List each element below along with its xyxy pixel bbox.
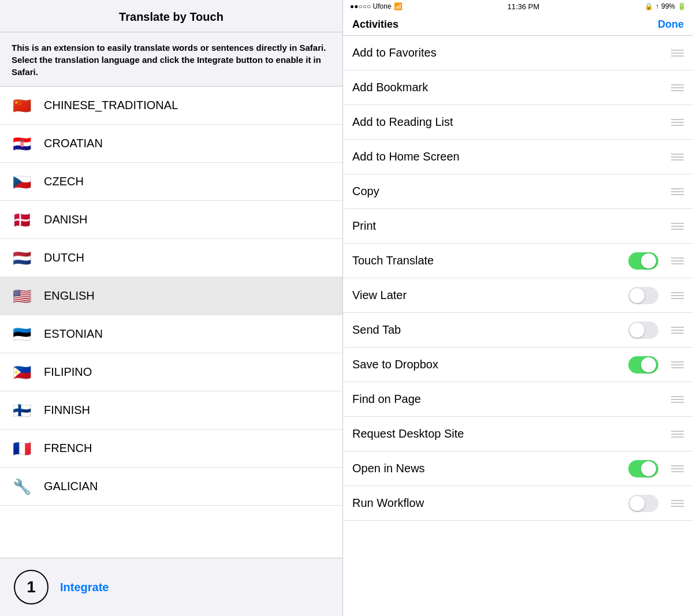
language-item-estonian[interactable]: 🇪🇪ESTONIAN [0, 315, 342, 353]
drag-handle-add-reading-list[interactable] [671, 119, 684, 126]
done-button[interactable]: Done [658, 18, 684, 31]
flag-finnish: 🇫🇮 [9, 402, 35, 419]
toggle-send-tab[interactable] [628, 322, 658, 339]
battery-text: 99% [661, 2, 675, 10]
activity-item-send-tab[interactable]: Send Tab [343, 313, 693, 348]
drag-handle-print[interactable] [671, 223, 684, 230]
language-name-dutch: DUTCH [44, 251, 84, 264]
activity-item-print[interactable]: Print [343, 209, 693, 244]
language-item-czech[interactable]: 🇨🇿CZECH [0, 163, 342, 201]
toggle-container-run-workflow [628, 495, 684, 512]
language-item-finnish[interactable]: 🇫🇮FINNISH [0, 391, 342, 430]
language-name-chinese_traditional: CHINESE_TRADITIONAL [44, 99, 178, 112]
activity-label-request-desktop: Request Desktop Site [352, 427, 664, 440]
language-name-danish: DANISH [44, 213, 88, 226]
activity-label-add-bookmark: Add Bookmark [352, 81, 664, 94]
toggle-save-dropbox[interactable] [628, 356, 658, 374]
activity-label-run-workflow: Run Workflow [352, 496, 628, 510]
activities-header: Activities Done [343, 13, 693, 36]
lock-icon: 🔒 [644, 2, 653, 10]
language-name-croatian: CROATIAN [44, 137, 103, 150]
step-circle: 1 [14, 570, 49, 604]
activity-item-open-news[interactable]: Open in News [343, 451, 693, 486]
activity-item-run-workflow[interactable]: Run Workflow [343, 486, 693, 521]
activity-item-add-favorites[interactable]: Add to Favorites [343, 36, 693, 70]
activity-item-add-home-screen[interactable]: Add to Home Screen [343, 140, 693, 174]
language-item-dutch[interactable]: 🇳🇱DUTCH [0, 239, 342, 277]
flag-croatian: 🇭🇷 [9, 135, 35, 152]
activity-label-view-later: View Later [352, 289, 628, 302]
time-display: 11:36 PM [507, 2, 539, 11]
language-item-croatian[interactable]: 🇭🇷CROATIAN [0, 125, 342, 163]
language-name-galician: GALICIAN [44, 480, 98, 493]
toggle-knob-touch-translate [641, 253, 656, 268]
language-name-czech: CZECH [44, 175, 84, 188]
status-right: 🔒 ↑ 99% 🔋 [644, 2, 686, 10]
toggle-container-open-news [628, 460, 684, 477]
activity-item-touch-translate[interactable]: Touch Translate [343, 244, 693, 278]
drag-handle-add-favorites[interactable] [671, 50, 684, 57]
activity-label-find-on-page: Find on Page [352, 393, 664, 406]
right-panel: ●●○○○ Ufone 📶 11:36 PM 🔒 ↑ 99% 🔋 Activit… [342, 0, 693, 616]
drag-handle-add-home-screen[interactable] [671, 154, 684, 160]
app-title: Translate by Touch [119, 10, 223, 23]
app-description: This is an extension to easily translate… [0, 32, 342, 86]
language-item-danish[interactable]: 🇩🇰DANISH [0, 201, 342, 239]
language-name-estonian: ESTONIAN [44, 327, 103, 341]
toggle-knob-view-later [629, 288, 644, 303]
language-list: 🇨🇳CHINESE_TRADITIONAL🇭🇷CROATIAN🇨🇿CZECH🇩🇰… [0, 86, 342, 558]
toggle-view-later[interactable] [628, 287, 658, 304]
toggle-container-save-dropbox [628, 356, 684, 374]
drag-handle-copy[interactable] [671, 188, 684, 195]
toggle-knob-save-dropbox [641, 357, 656, 372]
flag-filipino: 🇵🇭 [9, 364, 35, 381]
activity-item-view-later[interactable]: View Later [343, 278, 693, 313]
language-name-french: FRENCH [44, 442, 92, 455]
activity-label-send-tab: Send Tab [352, 323, 628, 337]
language-item-galician[interactable]: 🔧GALICIAN [0, 468, 342, 506]
activity-item-add-bookmark[interactable]: Add Bookmark [343, 70, 693, 105]
activity-item-save-dropbox[interactable]: Save to Dropbox [343, 348, 693, 382]
activity-label-open-news: Open in News [352, 462, 628, 475]
flag-dutch: 🇳🇱 [9, 249, 35, 267]
drag-handle-run-workflow[interactable] [671, 500, 684, 507]
language-item-english[interactable]: 🇺🇸ENGLISH [0, 277, 342, 315]
flag-chinese_traditional: 🇨🇳 [9, 97, 35, 114]
flag-galician: 🔧 [9, 478, 35, 495]
drag-handle-touch-translate[interactable] [671, 257, 684, 264]
activity-item-find-on-page[interactable]: Find on Page [343, 382, 693, 417]
toggle-container-touch-translate [628, 252, 684, 270]
activity-item-request-desktop[interactable]: Request Desktop Site [343, 417, 693, 451]
flag-estonian: 🇪🇪 [9, 326, 35, 343]
toggle-container-send-tab [628, 322, 684, 339]
activity-label-add-reading-list: Add to Reading List [352, 115, 664, 129]
activity-label-copy: Copy [352, 185, 664, 198]
activity-label-add-favorites: Add to Favorites [352, 46, 664, 59]
drag-handle-send-tab[interactable] [671, 327, 684, 334]
drag-handle-request-desktop[interactable] [671, 431, 684, 438]
activity-item-copy[interactable]: Copy [343, 174, 693, 209]
toggle-container-view-later [628, 287, 684, 304]
status-left: ●●○○○ Ufone 📶 [350, 2, 403, 10]
integrate-button[interactable]: Integrate [60, 581, 109, 594]
left-panel: Translate by Touch This is an extension … [0, 0, 342, 616]
language-item-filipino[interactable]: 🇵🇭FILIPINO [0, 353, 342, 391]
battery-icon: 🔋 [677, 2, 686, 10]
bottom-bar: 1 Integrate [0, 558, 342, 616]
activity-label-save-dropbox: Save to Dropbox [352, 358, 628, 371]
drag-handle-open-news[interactable] [671, 465, 684, 472]
language-item-chinese_traditional[interactable]: 🇨🇳CHINESE_TRADITIONAL [0, 87, 342, 125]
drag-handle-save-dropbox[interactable] [671, 361, 684, 368]
drag-handle-view-later[interactable] [671, 292, 684, 299]
drag-handle-add-bookmark[interactable] [671, 84, 684, 91]
language-item-french[interactable]: 🇫🇷FRENCH [0, 430, 342, 468]
toggle-run-workflow[interactable] [628, 495, 658, 512]
activities-list: Add to FavoritesAdd BookmarkAdd to Readi… [343, 36, 693, 616]
activity-item-add-reading-list[interactable]: Add to Reading List [343, 105, 693, 140]
activity-label-add-home-screen: Add to Home Screen [352, 150, 664, 163]
language-name-english: ENGLISH [44, 289, 95, 303]
toggle-open-news[interactable] [628, 460, 658, 477]
toggle-touch-translate[interactable] [628, 252, 658, 270]
drag-handle-find-on-page[interactable] [671, 396, 684, 403]
language-name-filipino: FILIPINO [44, 365, 92, 379]
